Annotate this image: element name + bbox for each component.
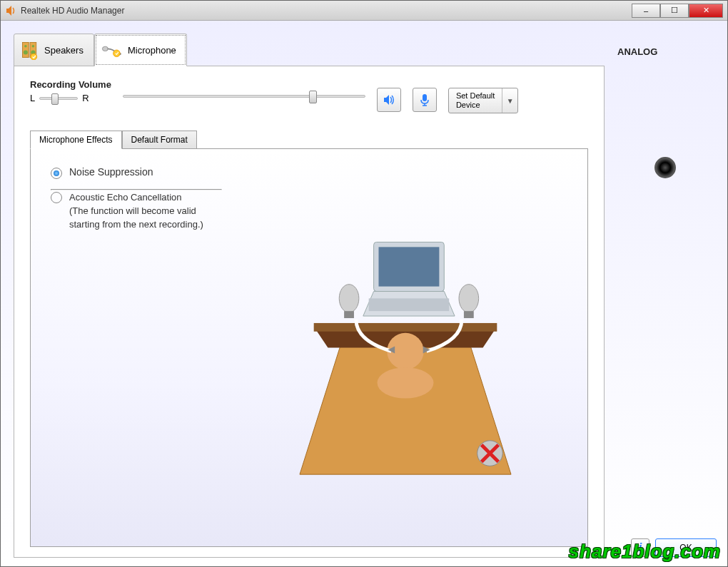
analog-jack[interactable] xyxy=(654,157,676,178)
app-window: Realtek HD Audio Manager – ☐ ✕ Speakers … xyxy=(0,0,728,567)
desk-illustration-icon xyxy=(243,166,567,529)
microphone-icon xyxy=(101,41,123,58)
balance-track[interactable] xyxy=(39,97,78,100)
svg-point-3 xyxy=(32,45,35,48)
tab-speakers[interactable]: Speakers xyxy=(14,34,94,66)
info-button[interactable]: i xyxy=(631,538,649,557)
mic-mute-button[interactable] xyxy=(413,88,437,112)
chevron-down-icon[interactable]: ▼ xyxy=(502,88,517,113)
window-buttons: – ☐ ✕ xyxy=(632,4,723,18)
maximize-button[interactable]: ☐ xyxy=(660,4,689,18)
svg-point-2 xyxy=(24,45,27,48)
playback-mute-button[interactable] xyxy=(377,88,401,112)
recording-volume-row: Recording Volume L R xyxy=(30,79,588,113)
set-default-device-button[interactable]: Set Default Device ▼ xyxy=(448,88,518,113)
set-default-label: Set Default Device xyxy=(449,91,502,110)
recording-volume-block: Recording Volume L R xyxy=(30,79,111,103)
content-area: Speakers Microphone Recording Volume L R xyxy=(1,21,727,566)
balance-left-label: L xyxy=(30,93,35,103)
titlebar: Realtek HD Audio Manager – ☐ ✕ xyxy=(1,1,727,21)
balance-slider[interactable]: L R xyxy=(30,93,111,103)
tab-effects-label: Microphone Effects xyxy=(39,135,113,145)
tab-microphone-effects[interactable]: Microphone Effects xyxy=(30,131,122,149)
speaker-app-icon xyxy=(5,5,16,16)
footer: i OK xyxy=(631,538,717,557)
svg-rect-21 xyxy=(464,311,474,318)
radio-echo-cancellation[interactable] xyxy=(51,192,62,203)
echo-cancellation-label: Acoustic Echo Cancellation (The function… xyxy=(69,190,222,231)
svg-rect-13 xyxy=(314,323,497,332)
svg-point-18 xyxy=(339,285,359,312)
tab-microphone-label: Microphone xyxy=(128,45,176,56)
mic-badge-icon xyxy=(418,93,432,107)
side-panel: ANALOG xyxy=(612,34,719,558)
svg-rect-17 xyxy=(369,298,450,311)
effects-panel: Noise Suppression Acoustic Echo Cancella… xyxy=(30,148,588,547)
noise-suppression-label: Noise Suppression xyxy=(69,166,153,178)
balance-thumb[interactable] xyxy=(51,93,59,105)
illustration xyxy=(243,166,567,529)
balance-right-label: R xyxy=(82,93,89,103)
tab-default-format[interactable]: Default Format xyxy=(122,131,197,149)
svg-point-7 xyxy=(102,46,108,51)
tab-format-label: Default Format xyxy=(131,135,188,145)
device-tabs: Speakers Microphone xyxy=(14,34,605,66)
option-noise-suppression[interactable]: Noise Suppression xyxy=(51,166,222,179)
svg-rect-10 xyxy=(423,94,427,101)
minimize-button[interactable]: – xyxy=(632,4,660,18)
svg-point-4 xyxy=(24,50,28,54)
speakers-icon xyxy=(20,40,40,60)
svg-point-23 xyxy=(378,367,434,398)
sub-tabs: Microphone Effects Default Format xyxy=(30,131,588,149)
radio-noise-suppression[interactable] xyxy=(51,168,62,179)
device-body: Recording Volume L R xyxy=(14,66,605,558)
effects-options: Noise Suppression Acoustic Echo Cancella… xyxy=(51,166,222,529)
info-icon: i xyxy=(639,541,642,554)
window-title: Realtek HD Audio Manager xyxy=(21,6,632,16)
ok-button[interactable]: OK xyxy=(655,538,717,557)
ok-label: OK xyxy=(679,543,692,553)
echo-title: Acoustic Echo Cancellation xyxy=(69,192,182,203)
analog-title: ANALOG xyxy=(617,46,713,57)
svg-rect-15 xyxy=(378,247,439,286)
svg-point-6 xyxy=(31,53,37,60)
tab-speakers-label: Speakers xyxy=(44,45,84,56)
main-panel: Speakers Microphone Recording Volume L R xyxy=(14,34,605,558)
option-echo-cancellation[interactable]: Acoustic Echo Cancellation (The function… xyxy=(51,190,222,231)
svg-point-9 xyxy=(113,50,121,57)
volume-slider[interactable] xyxy=(123,95,365,98)
svg-rect-0 xyxy=(23,43,29,58)
svg-rect-19 xyxy=(344,311,354,318)
svg-point-20 xyxy=(459,285,479,312)
close-button[interactable]: ✕ xyxy=(689,4,723,18)
volume-thumb[interactable] xyxy=(309,91,317,103)
tab-microphone[interactable]: Microphone xyxy=(94,34,187,66)
recording-volume-title: Recording Volume xyxy=(30,79,111,90)
echo-desc: (The function will become valid starting… xyxy=(69,205,203,230)
sound-icon xyxy=(382,93,396,107)
